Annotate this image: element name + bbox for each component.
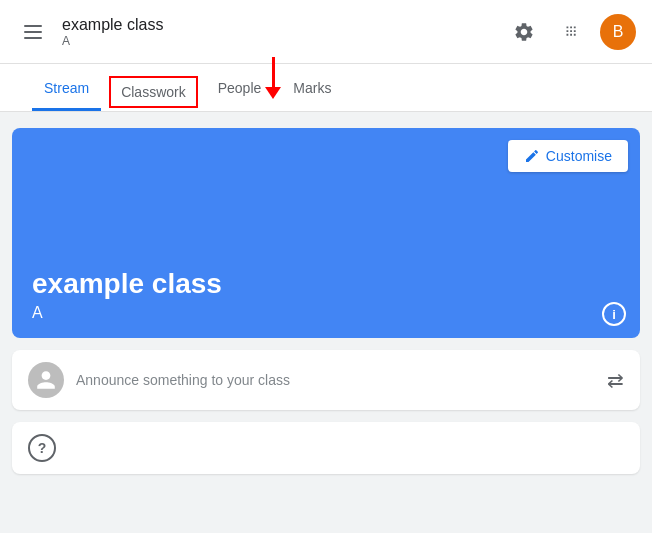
- tabs-container: Stream Classwork People Marks: [0, 64, 652, 112]
- user-avatar: [28, 362, 64, 398]
- arrow-line: [272, 57, 275, 87]
- banner-class-name: example class: [32, 268, 620, 300]
- avatar[interactable]: B: [600, 14, 636, 50]
- announcement-placeholder: Announce something to your class: [76, 372, 595, 388]
- tab-people[interactable]: People: [206, 64, 274, 111]
- info-icon[interactable]: i: [602, 302, 626, 326]
- pencil-icon: [524, 148, 540, 164]
- gear-icon: [513, 21, 535, 43]
- customise-label: Customise: [546, 148, 612, 164]
- class-section: A: [62, 34, 163, 48]
- tab-marks[interactable]: Marks: [281, 64, 343, 111]
- person-icon: [35, 369, 57, 391]
- main-content: Customise example class A i Announce som…: [0, 112, 652, 490]
- header-right: B: [504, 12, 636, 52]
- tab-classwork[interactable]: Classwork: [109, 76, 198, 108]
- class-banner: Customise example class A i: [12, 128, 640, 338]
- red-arrow: [265, 57, 281, 99]
- class-name: example class: [62, 16, 163, 34]
- grid-icon: [561, 21, 583, 43]
- class-info: example class A: [62, 16, 163, 48]
- arrow-head: [265, 87, 281, 99]
- apps-button[interactable]: [552, 12, 592, 52]
- banner-section: A: [32, 304, 620, 322]
- bottom-card: ?: [12, 422, 640, 474]
- help-icon[interactable]: ?: [28, 434, 56, 462]
- menu-button[interactable]: [16, 17, 50, 47]
- customise-button[interactable]: Customise: [508, 140, 628, 172]
- tab-stream[interactable]: Stream: [32, 64, 101, 111]
- repost-icon[interactable]: ⇄: [607, 368, 624, 392]
- header-left: example class A: [16, 16, 504, 48]
- header: example class A B: [0, 0, 652, 64]
- settings-button[interactable]: [504, 12, 544, 52]
- announcement-bar[interactable]: Announce something to your class ⇄: [12, 350, 640, 410]
